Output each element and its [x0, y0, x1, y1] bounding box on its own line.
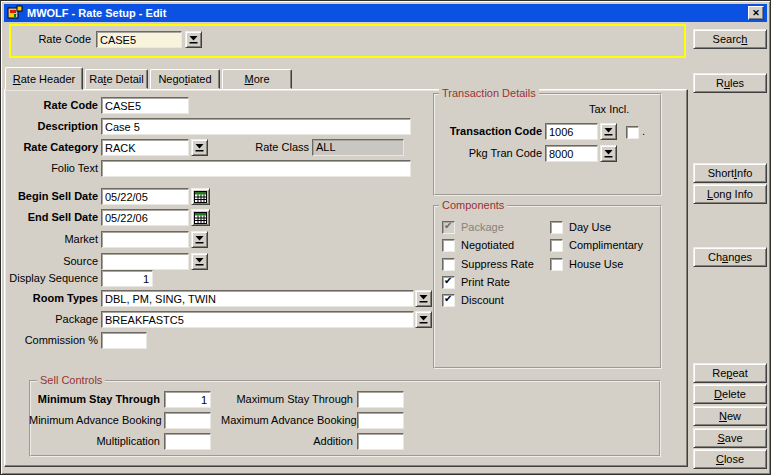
- checkbox-box: [442, 276, 455, 289]
- checkbox-box: [442, 294, 455, 307]
- dropdown-icon: [604, 127, 613, 136]
- transaction-code-label: Transaction Code: [438, 123, 542, 140]
- rate-code-input[interactable]: [101, 97, 189, 114]
- checkbox-complimentary[interactable]: Complimentary: [550, 238, 643, 252]
- room-types-dropdown-button[interactable]: [415, 290, 432, 307]
- tax-incl-checkbox[interactable]: [626, 125, 639, 139]
- checkbox-label: Negotiated: [461, 239, 514, 251]
- package-dropdown-button[interactable]: [415, 311, 432, 328]
- end-sell-date-input[interactable]: [101, 209, 189, 226]
- top-rate-code-dropdown-button[interactable]: [185, 31, 202, 48]
- tab-rate-header[interactable]: Rate Header: [5, 67, 83, 90]
- minimum-stay-through-input[interactable]: [164, 391, 211, 408]
- tab-negotiated[interactable]: Negotiated: [150, 69, 220, 89]
- checkbox-day-use[interactable]: Day Use: [550, 220, 611, 234]
- close-icon: ✕: [752, 8, 760, 18]
- folio-text-label: Folio Text: [3, 160, 98, 177]
- commission-label: Commission %: [3, 332, 98, 349]
- pkg-tran-code-dropdown-button[interactable]: [600, 145, 617, 162]
- description-label: Description: [3, 118, 98, 135]
- market-label: Market: [3, 231, 98, 248]
- rules-button[interactable]: Rules: [693, 73, 767, 93]
- checkbox-package[interactable]: Package: [442, 220, 504, 234]
- source-input[interactable]: [101, 253, 189, 270]
- rate-code-label: Rate Code: [3, 97, 98, 114]
- pkg-tran-code-input[interactable]: [545, 145, 598, 162]
- checkbox-discount[interactable]: Discount: [442, 293, 504, 307]
- checkbox-label: Discount: [461, 294, 504, 306]
- rate-setup-window: MWOLF - Rate Setup - Edit ✕ Rate Code Ra…: [0, 0, 771, 475]
- search-button[interactable]: Search: [693, 29, 767, 49]
- checkbox-label: Suppress Rate: [461, 258, 534, 270]
- checkbox-label: House Use: [569, 258, 623, 270]
- maximum-advance-booking-label: Maximum Advance Booking: [221, 412, 353, 429]
- top-rate-code-input[interactable]: [96, 31, 182, 48]
- checkbox-label: Package: [461, 221, 504, 233]
- checkbox-box: [550, 258, 563, 271]
- delete-button[interactable]: Delete: [693, 384, 767, 404]
- new-button[interactable]: New: [693, 406, 767, 426]
- close-button-side[interactable]: Close: [693, 449, 767, 469]
- transaction-code-dropdown-button[interactable]: [600, 123, 617, 140]
- multiplication-label: Multiplication: [29, 433, 160, 450]
- display-sequence-input[interactable]: [101, 270, 153, 287]
- multiplication-input[interactable]: [164, 433, 211, 450]
- transaction-details-title: Transaction Details: [439, 87, 539, 99]
- dropdown-icon: [195, 143, 204, 152]
- begin-sell-date-label: Begin Sell Date: [3, 188, 98, 205]
- checkbox-box: [550, 239, 563, 252]
- tax-incl-label: Tax Incl.: [589, 101, 641, 118]
- addition-input[interactable]: [357, 433, 404, 450]
- rate-category-input[interactable]: [101, 139, 189, 156]
- description-input[interactable]: [101, 118, 411, 135]
- checkbox-house-use[interactable]: House Use: [550, 257, 623, 271]
- changes-button[interactable]: Changes: [693, 247, 767, 267]
- display-sequence-label: Display Sequence: [3, 270, 98, 287]
- checkbox-suppress-rate[interactable]: Suppress Rate: [442, 257, 534, 271]
- calendar-icon: [194, 212, 207, 224]
- long-info-button[interactable]: Long Info: [693, 184, 767, 204]
- checkbox-negotiated[interactable]: Negotiated: [442, 238, 514, 252]
- commission-input[interactable]: [101, 332, 147, 349]
- end-sell-date-label: End Sell Date: [3, 209, 98, 226]
- end-sell-date-calendar-button[interactable]: [191, 209, 210, 226]
- minimum-advance-booking-input[interactable]: [164, 412, 211, 429]
- folio-text-input[interactable]: [101, 160, 411, 177]
- sell-controls-title: Sell Controls: [37, 374, 105, 386]
- tab-more[interactable]: More: [222, 69, 292, 89]
- window-title: MWOLF - Rate Setup - Edit: [27, 7, 166, 19]
- minimum-stay-through-label: Minimum Stay Through: [29, 391, 160, 408]
- package-input[interactable]: [101, 311, 414, 328]
- checkbox-print-rate[interactable]: Print Rate: [442, 275, 510, 289]
- minimum-advance-booking-label: Minimum Advance Booking: [29, 412, 160, 429]
- short-info-button[interactable]: Short Info: [693, 163, 767, 183]
- repeat-button[interactable]: Repeat: [693, 363, 767, 383]
- rate-category-label: Rate Category: [3, 139, 98, 156]
- checkbox-label: Day Use: [569, 221, 611, 233]
- transaction-code-input[interactable]: [545, 123, 598, 140]
- market-input[interactable]: [101, 231, 189, 248]
- begin-sell-date-input[interactable]: [101, 188, 189, 205]
- source-label: Source: [3, 253, 98, 270]
- room-types-input[interactable]: [101, 290, 414, 307]
- dropdown-icon: [604, 149, 613, 158]
- maximum-advance-booking-input[interactable]: [357, 412, 404, 429]
- app-icon: [7, 5, 23, 21]
- save-button[interactable]: Save: [693, 428, 767, 448]
- tab-rate-detail[interactable]: Rate Detail: [85, 69, 148, 89]
- checkbox-label: Print Rate: [461, 276, 510, 288]
- source-dropdown-button[interactable]: [191, 253, 208, 270]
- maximum-stay-through-input[interactable]: [357, 391, 404, 408]
- top-rate-code-label: Rate Code: [9, 31, 91, 48]
- market-dropdown-button[interactable]: [191, 231, 208, 248]
- checkbox-box: [550, 221, 563, 234]
- dropdown-icon: [419, 315, 428, 324]
- dropdown-icon: [195, 257, 204, 266]
- rate-category-dropdown-button[interactable]: [191, 139, 208, 156]
- checkbox-box: [442, 258, 455, 271]
- pkg-tran-code-label: Pkg Tran Code: [438, 145, 542, 162]
- close-button[interactable]: ✕: [748, 6, 764, 20]
- room-types-label: Room Types: [3, 290, 98, 307]
- maximum-stay-through-label: Maximum Stay Through: [221, 391, 353, 408]
- begin-sell-date-calendar-button[interactable]: [191, 188, 210, 205]
